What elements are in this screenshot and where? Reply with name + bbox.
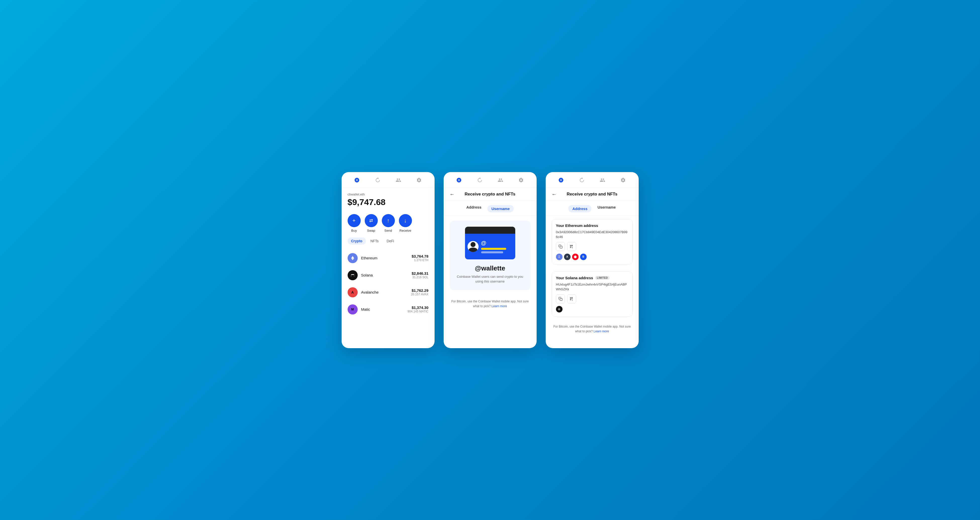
tab-username-3[interactable]: Username	[597, 205, 616, 212]
screen-wallet-home: cbwallet.eth $9,747.68 + Buy ⇄ Swap ↑ Se…	[342, 172, 434, 348]
solana-copy-button[interactable]	[556, 294, 565, 303]
op-chain-icon: ⬤	[572, 254, 579, 260]
receive-label: Receive	[399, 229, 411, 233]
ethereum-amount: 1.270 ETH	[412, 258, 428, 262]
asset-list: Ethereum $3,764.78 1.270 ETH Solana $2,8…	[342, 248, 434, 348]
ethereum-name: Ethereum	[361, 256, 412, 260]
nav-contacts-icon[interactable]	[395, 177, 402, 183]
ethereum-address-hash: 0x3A92006d8cC17Cb849E04EdE304208607B996c…	[556, 230, 628, 239]
nav3-settings-icon[interactable]	[620, 177, 627, 183]
matic-icon: M	[348, 305, 358, 314]
id-card-visual: @	[465, 227, 515, 259]
receive-icon: ↓	[399, 214, 412, 227]
buy-icon: +	[348, 214, 361, 227]
tab-address-2[interactable]: Address	[466, 205, 481, 212]
screen2-footer: For Bitcoin, use the Coinbase Wallet mob…	[444, 295, 537, 314]
back-button-2[interactable]: ←	[450, 191, 455, 197]
matic-amount: 904.145 MATIC	[407, 310, 428, 313]
receive-tabs-3: Address Username	[546, 201, 639, 215]
solana-address-hash: HUxtug4F1zTs1EzmJwhn4xVSP4igES4jEunABPWh…	[556, 282, 628, 292]
wallet-balance: $9,747.68	[348, 197, 428, 207]
solana-chain-icons: ◎	[556, 306, 628, 313]
swap-label: Swap	[367, 229, 375, 233]
username-card: @ @wallette Coinbase Wallet users can se…	[450, 221, 531, 290]
footer-text-2: For Bitcoin, use the Coinbase Wallet mob…	[452, 300, 529, 308]
solana-name: Solana	[361, 273, 412, 277]
id-lines: @	[481, 240, 513, 253]
asset-row-solana[interactable]: Solana $2,846.31 31.216 SOL	[342, 267, 434, 284]
buy-label: Buy	[351, 229, 357, 233]
solana-address-title: Your Solana address	[556, 276, 593, 280]
solana-values: $2,846.31 31.216 SOL	[412, 271, 428, 279]
nav-bar-2	[444, 172, 537, 187]
username-description: Coinbase Wallet users can send crypto to…	[456, 274, 525, 284]
nav-bar-3	[546, 172, 639, 187]
nav2-history-icon[interactable]	[476, 177, 483, 183]
ethereum-values: $3,764.78 1.270 ETH	[412, 254, 428, 262]
screen3-footer: For Bitcoin, use the Coinbase Wallet mob…	[546, 320, 639, 339]
back-button-3[interactable]: ←	[552, 191, 557, 197]
id-card-body: @	[465, 234, 515, 259]
nav3-portfolio-icon[interactable]	[557, 177, 565, 183]
receive-button[interactable]: ↓ Receive	[399, 214, 412, 233]
ethereum-address-actions	[556, 242, 628, 251]
ethereum-qr-button[interactable]	[567, 242, 576, 251]
receive-tabs-2: Address Username	[444, 201, 537, 215]
limited-badge: LIMITED	[595, 276, 610, 280]
asset-row-matic[interactable]: M Matic $1,374.30 904.145 MATIC	[342, 301, 434, 318]
swap-icon: ⇄	[365, 214, 378, 227]
nav-bar-1	[342, 172, 434, 187]
ethereum-usd: $3,764.78	[412, 254, 428, 258]
solana-icon	[348, 270, 358, 280]
screens-container: cbwallet.eth $9,747.68 + Buy ⇄ Swap ↑ Se…	[342, 172, 639, 348]
tab-defi[interactable]: DeFi	[383, 238, 398, 244]
send-button[interactable]: ↑ Send	[382, 214, 395, 233]
svg-rect-0	[560, 246, 562, 248]
avalanche-amount: 20.157 AVAX	[411, 293, 428, 296]
nav2-portfolio-icon[interactable]	[455, 177, 463, 183]
screen2-title: Receive crypto and NFTs	[458, 192, 523, 197]
avalanche-name: Avalanche	[361, 290, 411, 294]
nav2-contacts-icon[interactable]	[497, 177, 504, 183]
footer-text-3: For Bitcoin, use the Coinbase Wallet mob…	[554, 325, 631, 333]
tab-nfts[interactable]: NFTs	[367, 238, 382, 244]
learn-more-link-2[interactable]: Learn more	[492, 305, 507, 308]
nav-settings-icon[interactable]	[415, 177, 423, 183]
solana-address-actions	[556, 294, 628, 303]
screen3-title: Receive crypto and NFTs	[560, 192, 625, 197]
wallet-header: cbwallet.eth $9,747.68	[342, 187, 434, 209]
send-label: Send	[384, 229, 392, 233]
solana-amount: 31.216 SOL	[412, 276, 428, 279]
screen-receive-username: ← Receive crypto and NFTs Address Userna…	[444, 172, 537, 348]
matic-usd: $1,374.30	[407, 305, 428, 310]
buy-button[interactable]: + Buy	[348, 214, 361, 233]
screen3-header: ← Receive crypto and NFTs	[546, 187, 639, 201]
nav3-contacts-icon[interactable]	[599, 177, 606, 183]
ethereum-icon	[348, 253, 358, 263]
tab-username-2[interactable]: Username	[487, 205, 514, 212]
nav-portfolio-icon[interactable]	[353, 177, 360, 183]
tab-crypto[interactable]: Crypto	[348, 238, 366, 244]
action-buttons: + Buy ⇄ Swap ↑ Send ↓ Receive	[342, 209, 434, 236]
ethereum-chain-icons: Ξ A ⬤ B	[556, 254, 628, 260]
asset-row-avalanche[interactable]: A Avalanche $1,762.29 20.157 AVAX	[342, 284, 434, 301]
wallet-address: cbwallet.eth	[348, 193, 428, 196]
id-card-top	[465, 227, 515, 234]
learn-more-link-3[interactable]: Learn more	[594, 330, 609, 333]
id-avatar	[468, 241, 479, 252]
arb-chain-icon: A	[564, 254, 571, 260]
solana-qr-button[interactable]	[567, 294, 576, 303]
matic-name: Matic	[361, 307, 408, 311]
tab-address-3[interactable]: Address	[568, 205, 592, 212]
solana-usd: $2,846.31	[412, 271, 428, 276]
swap-button[interactable]: ⇄ Swap	[365, 214, 378, 233]
ethereum-copy-button[interactable]	[556, 242, 565, 251]
asset-tab-bar: Crypto NFTs DeFi	[342, 236, 434, 248]
base-chain-icon: B	[580, 254, 587, 260]
asset-row-ethereum[interactable]: Ethereum $3,764.78 1.270 ETH	[342, 250, 434, 267]
screen2-header: ← Receive crypto and NFTs	[444, 187, 537, 201]
nav-history-icon[interactable]	[374, 177, 381, 183]
nav3-history-icon[interactable]	[578, 177, 585, 183]
nav2-settings-icon[interactable]	[517, 177, 525, 183]
sol-chain-icon: ◎	[556, 306, 563, 313]
